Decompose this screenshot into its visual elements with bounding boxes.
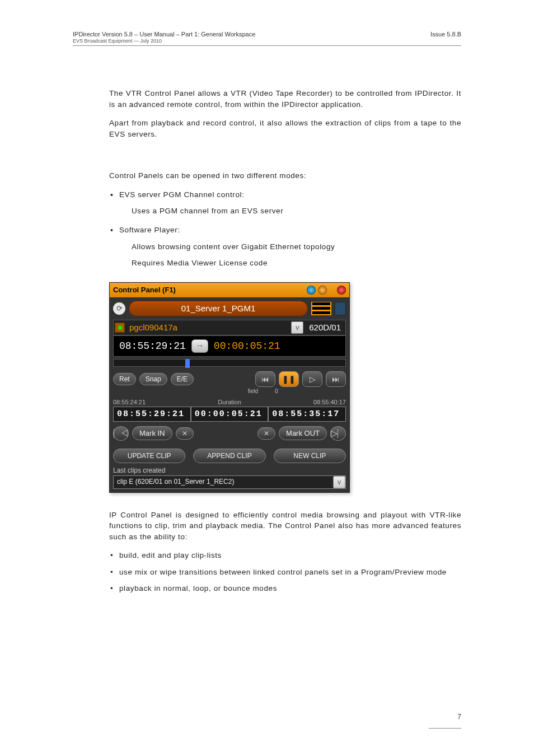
clip-name: pgcl090417a	[127, 323, 289, 332]
tc-small-in: 08:55:24:21	[113, 399, 146, 405]
mode-evs: EVS server PGM Channel control:	[109, 189, 461, 200]
last-clips-dropdown[interactable]: v	[333, 476, 345, 488]
last-clips-row: clip E (620E/01 on 01_Server 1_REC2) v	[113, 475, 346, 489]
zero-label: 0	[266, 388, 287, 394]
clear-in-button[interactable]: ✕	[176, 427, 194, 440]
fast-forward-button[interactable]: ⏭	[326, 371, 346, 387]
mode-software-player: Software Player:	[109, 225, 461, 236]
fast-rewind-button[interactable]: ⏮	[255, 371, 275, 387]
tc-out-field[interactable]: 08:55:35:17	[268, 407, 346, 422]
append-clip-button[interactable]: APPEND CLIP	[193, 449, 265, 463]
feature-transitions: use mix or wipe transitions between link…	[109, 567, 461, 578]
feature-cliplists: build, edit and play clip-lists	[109, 550, 461, 561]
mark-row: ⎸◁ Mark IN ✕ ✕ Mark OUT ▷⎸	[113, 426, 346, 441]
control-panel-screenshot: Control Panel (F1) ⟳ 01_Server 1_PGM1 ▣ …	[109, 282, 350, 493]
server-channel-pill[interactable]: 01_Server 1_PGM1	[129, 301, 308, 316]
tc-small-labels: 08:55:24:21 Duration 08:55:40:17	[113, 399, 346, 405]
mode-sp-desc1: Allows browsing content over Gigabit Eth…	[132, 241, 461, 253]
clip-id: 620D/01	[306, 323, 344, 332]
cp-title: Control Panel (F1)	[113, 286, 176, 294]
ret-button[interactable]: Ret	[113, 373, 136, 385]
intro-paragraph-1: The VTR Control Panel allows a VTR (Vide…	[109, 88, 461, 110]
transport-controls: Ret Snap E/E ⏮ ❚❚ ▷ ⏭	[113, 371, 346, 387]
mode-sp-desc2: Requires Media Viewer License code	[132, 258, 461, 269]
tc-small-out: 08:55:40:17	[313, 399, 346, 405]
ee-button[interactable]: E/E	[171, 373, 194, 385]
channel-indicator	[335, 302, 346, 315]
clear-out-button[interactable]: ✕	[257, 427, 275, 440]
after-paragraph: IP Control Panel is designed to efficien…	[109, 510, 461, 543]
tc-duration: 00:00:05:21	[214, 340, 280, 352]
update-clip-button[interactable]: UPDATE CLIP	[113, 449, 185, 463]
tc-arrow-button[interactable]: →	[191, 339, 208, 353]
pause-button[interactable]: ❚❚	[279, 371, 299, 387]
clip-dropdown[interactable]: v	[291, 321, 303, 334]
close-icon[interactable]	[337, 286, 346, 295]
timecode-row: 08:55:29:21 → 00:00:05:21	[113, 335, 346, 357]
header-divider	[73, 45, 461, 46]
jog-shuttle[interactable]	[113, 359, 346, 367]
play-button[interactable]: ▷	[302, 371, 322, 387]
modes-lead: Control Panels can be opened in two diff…	[109, 170, 461, 181]
tc-current: 08:55:29:21	[119, 340, 186, 352]
new-clip-button[interactable]: NEW CLIP	[274, 449, 346, 463]
tc-edit-boxes: 08:55:29:21 00:00:05:21 08:55:35:17	[113, 407, 346, 422]
snap-button[interactable]: Snap	[139, 373, 167, 385]
mode-evs-desc: Uses a PGM channel from an EVS server	[132, 206, 461, 217]
header-subtitle: EVS Broadcast Equipment — July 2010	[73, 38, 255, 44]
clip-icon: ▣	[115, 323, 125, 333]
last-clips-label: Last clips created	[113, 466, 346, 474]
loaded-clip-row: ▣ pgcl090417a v 620D/01	[113, 320, 346, 335]
goto-in-button[interactable]: ⎸◁	[113, 426, 129, 441]
help-icon[interactable]	[318, 286, 327, 295]
last-clip-value: clip E (620E/01 on 01_Server 1_REC2)	[114, 476, 333, 488]
mark-in-button[interactable]: Mark IN	[132, 426, 172, 440]
page-number: 7	[429, 713, 461, 721]
server-select-icon[interactable]: ⟳	[113, 302, 125, 315]
field-label: field	[243, 388, 263, 394]
footer-rule	[429, 728, 461, 729]
cp-titlebar[interactable]: Control Panel (F1)	[110, 283, 349, 297]
mark-out-button[interactable]: Mark OUT	[279, 426, 327, 440]
page-header: IPDirector Version 5.8 – User Manual – P…	[73, 31, 461, 44]
transport-labels: field 0	[219, 388, 346, 394]
minimize-icon[interactable]	[307, 286, 316, 295]
goto-out-button[interactable]: ▷⎸	[330, 426, 346, 441]
flag-icon	[311, 302, 331, 315]
page-footer: 7	[429, 713, 461, 731]
tc-small-duration-label: Duration	[218, 399, 241, 405]
intro-paragraph-2: Apart from playback and record control, …	[109, 118, 461, 139]
header-title: IPDirector Version 5.8 – User Manual – P…	[73, 31, 255, 38]
tc-dur-field[interactable]: 00:00:05:21	[191, 407, 269, 422]
feature-playback-modes: playback in normal, loop, or bounce mode…	[109, 583, 461, 594]
issue-label: Issue 5.8.B	[430, 31, 461, 44]
tc-in-field[interactable]: 08:55:29:21	[113, 407, 191, 422]
clip-operations: UPDATE CLIP APPEND CLIP NEW CLIP	[113, 449, 346, 463]
